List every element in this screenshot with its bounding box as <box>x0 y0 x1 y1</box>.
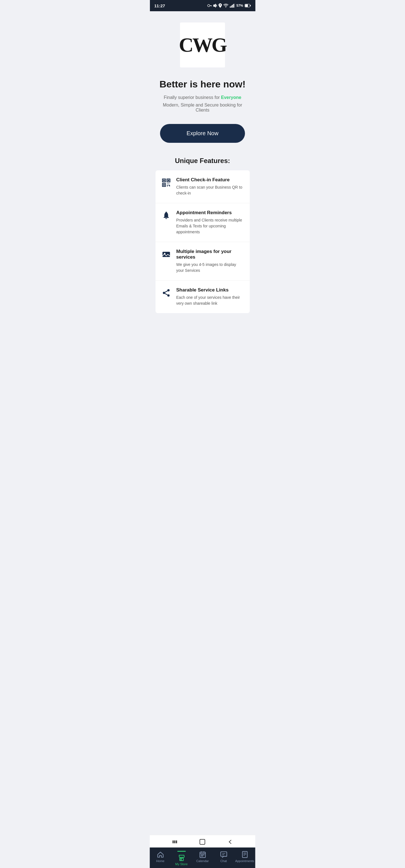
svg-rect-12 <box>234 4 235 8</box>
feature-text-reminders: Appointment Reminders Providers and Clie… <box>176 210 244 235</box>
svg-point-28 <box>166 212 167 213</box>
svg-line-35 <box>165 293 167 295</box>
image-icon <box>161 249 171 259</box>
feature-item-share: Sharable Service Links Each one of your … <box>155 281 250 313</box>
svg-rect-8 <box>230 6 231 8</box>
svg-point-33 <box>167 294 170 297</box>
feature-desc-share: Each one of your services have their ver… <box>176 294 244 306</box>
wifi-icon <box>223 4 228 8</box>
subtitle-start: Finally superior business for <box>164 95 221 100</box>
svg-rect-14 <box>245 4 248 7</box>
svg-rect-9 <box>231 6 232 8</box>
subtitle-highlight: Everyone <box>221 95 241 100</box>
svg-rect-19 <box>168 180 169 181</box>
explore-now-button[interactable]: Explore Now <box>160 124 245 143</box>
svg-rect-17 <box>163 180 165 181</box>
hero-subtitle-2: Modern, Simple and Secure booking for Cl… <box>155 102 250 113</box>
logo-text: CWG <box>179 35 226 55</box>
signal-icon <box>230 4 235 8</box>
main-content: CWG Better is here now! Finally superior… <box>150 11 255 319</box>
svg-marker-4 <box>213 4 216 7</box>
svg-point-32 <box>163 292 165 294</box>
svg-line-34 <box>165 291 167 292</box>
svg-point-0 <box>208 4 210 7</box>
feature-title-reminders: Appointment Reminders <box>176 210 244 216</box>
feature-desc-checkin: Clients can scan your Business QR to che… <box>176 184 244 196</box>
feature-text-share: Sharable Service Links Each one of your … <box>176 287 244 306</box>
hero-title: Better is here now! <box>160 79 245 90</box>
location-icon <box>219 3 222 8</box>
feature-text-images: Multiple images for your services We giv… <box>176 249 244 274</box>
feature-title-share: Sharable Service Links <box>176 287 244 293</box>
svg-rect-24 <box>167 185 168 186</box>
status-time: 11:27 <box>154 3 165 8</box>
share-icon <box>161 288 171 298</box>
feature-item-reminders: Appointment Reminders Providers and Clie… <box>155 203 250 242</box>
bell-icon <box>161 211 171 221</box>
feature-item-images: Multiple images for your services We giv… <box>155 242 250 281</box>
svg-point-31 <box>167 289 170 291</box>
feature-desc-reminders: Providers and Clients receive multiple E… <box>176 217 244 235</box>
svg-rect-15 <box>250 5 251 6</box>
qr-code-icon <box>161 178 171 188</box>
feature-desc-images: We give you 4-5 images to display your S… <box>176 262 244 274</box>
svg-rect-10 <box>232 5 233 8</box>
svg-rect-26 <box>169 186 170 187</box>
features-title: Unique Features: <box>175 157 230 165</box>
svg-rect-22 <box>167 184 168 184</box>
svg-rect-27 <box>164 217 169 218</box>
battery-percent: 57% <box>236 4 243 8</box>
feature-text-checkin: Client Check-in Feature Clients can scan… <box>176 177 244 196</box>
logo-container: CWG <box>180 23 225 67</box>
feature-item-checkin: Client Check-in Feature Clients can scan… <box>155 170 250 203</box>
battery-icon <box>245 4 251 7</box>
feature-title-checkin: Client Check-in Feature <box>176 177 244 183</box>
svg-rect-23 <box>169 184 169 184</box>
svg-rect-11 <box>233 4 234 8</box>
mute-icon <box>213 4 217 8</box>
svg-rect-21 <box>163 184 165 186</box>
status-bar: 11:27 <box>150 0 255 11</box>
hero-subtitle: Finally superior business for Everyone <box>164 94 241 101</box>
status-icons: 57% <box>207 3 251 8</box>
svg-point-7 <box>220 4 221 6</box>
svg-rect-25 <box>169 185 170 186</box>
features-list: Client Check-in Feature Clients can scan… <box>155 170 250 313</box>
key-icon <box>207 4 212 7</box>
feature-title-images: Multiple images for your services <box>176 249 244 260</box>
